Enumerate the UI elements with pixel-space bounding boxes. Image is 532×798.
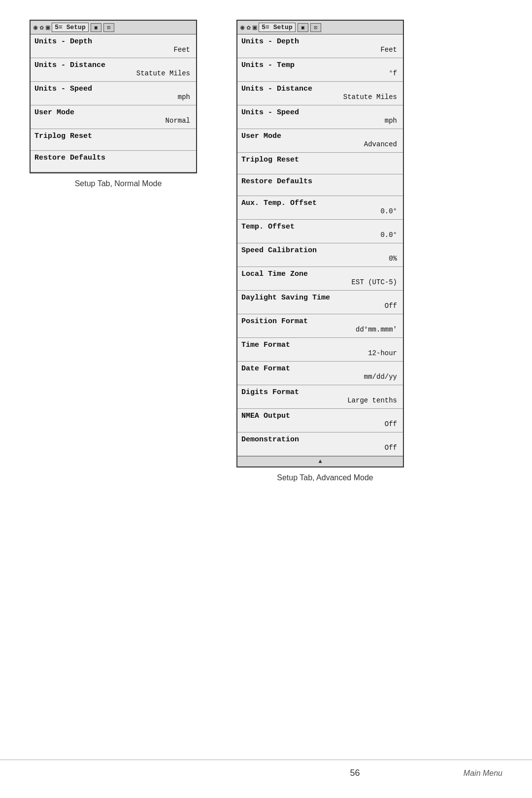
list-item[interactable]: Units - Speed mph — [31, 82, 196, 105]
item-label: Triplog Reset — [34, 132, 192, 140]
list-item[interactable]: Triplog Reset — [237, 153, 403, 174]
list-item[interactable]: Speed Calibration 0% — [237, 243, 403, 267]
page-number: 56 — [246, 768, 463, 778]
left-icon-speaker: ◉ — [33, 23, 37, 32]
list-item[interactable]: Digits Format Large tenths — [237, 385, 403, 409]
item-value: Off — [241, 444, 399, 452]
item-value: mm/dd/yy — [241, 373, 399, 381]
item-value: 0.0° — [241, 231, 399, 239]
item-label: Temp. Offset — [241, 223, 399, 231]
left-device-screen: ◉ ✿ ▣ 5= Setup ▣ ⊡ Units - Depth Feet Un… — [30, 20, 197, 173]
right-setup-tab[interactable]: 5= Setup — [259, 23, 295, 32]
list-item[interactable]: Local Time Zone EST (UTC-5) — [237, 267, 403, 291]
item-value: Normal — [34, 117, 192, 125]
left-caption: Setup Tab, Normal Mode — [30, 179, 207, 188]
left-icon-sun: ✿ — [39, 23, 43, 32]
list-item[interactable]: Restore Defaults — [237, 174, 403, 196]
item-label: User Mode — [241, 132, 399, 140]
item-label: Date Format — [241, 365, 399, 373]
right-icon-speaker: ◉ — [240, 23, 244, 32]
item-label: Triplog Reset — [241, 156, 399, 164]
item-label: Units - Depth — [34, 37, 192, 46]
list-item[interactable]: Units - Depth Feet — [237, 34, 403, 58]
item-value: Feet — [241, 46, 399, 54]
right-menu-list: Units - Depth Feet Units - Temp °f Units… — [237, 34, 403, 456]
left-toolbar: ◉ ✿ ▣ 5= Setup ▣ ⊡ — [31, 21, 196, 34]
item-label: Units - Speed — [241, 108, 399, 117]
left-toolbar-btn2[interactable]: ⊡ — [103, 23, 114, 32]
list-item[interactable]: Date Format mm/dd/yy — [237, 362, 403, 385]
left-setup-tab[interactable]: 5= Setup — [52, 23, 88, 32]
item-label: Units - Temp — [241, 61, 399, 69]
right-toolbar-btn2[interactable]: ⊡ — [310, 23, 321, 32]
item-value: 0.0° — [241, 207, 399, 215]
right-setup-label: 5= Setup — [262, 24, 292, 31]
item-value: Off — [241, 420, 399, 428]
item-label: Units - Distance — [34, 61, 192, 69]
item-value: Off — [241, 302, 399, 310]
list-item[interactable]: Time Format 12-hour — [237, 338, 403, 362]
right-icon-map: ▣ — [253, 23, 257, 32]
item-value: dd°mm.mmm' — [241, 326, 399, 333]
item-value: Statute Miles — [241, 93, 399, 101]
right-icon-sun: ✿ — [246, 23, 250, 32]
item-value: EST (UTC-5) — [241, 278, 399, 286]
item-label: User Mode — [34, 108, 192, 117]
list-item[interactable]: Triplog Reset — [31, 129, 196, 151]
item-label: Units - Speed — [34, 85, 192, 93]
item-label: Position Format — [241, 317, 399, 326]
list-item[interactable]: User Mode Normal — [31, 105, 196, 129]
item-value: mph — [34, 93, 192, 101]
list-item[interactable]: Daylight Saving Time Off — [237, 291, 403, 314]
item-label: Aux. Temp. Offset — [241, 199, 399, 207]
page-footer: 56 Main Menu — [0, 760, 532, 778]
right-panel: ◉ ✿ ▣ 5= Setup ▣ ⊡ Units - Depth Feet Un… — [236, 20, 414, 482]
left-setup-label: 5= Setup — [55, 24, 85, 31]
list-item[interactable]: Restore Defaults — [31, 151, 196, 172]
item-label: Units - Distance — [241, 85, 399, 93]
scroll-indicator[interactable]: ▲ — [237, 456, 403, 466]
item-label: Demonstration — [241, 435, 399, 444]
right-toolbar: ◉ ✿ ▣ 5= Setup ▣ ⊡ — [237, 21, 403, 34]
item-value: Large tenths — [241, 397, 399, 404]
item-label: Digits Format — [241, 388, 399, 397]
item-value: Statute Miles — [34, 69, 192, 77]
list-item[interactable]: User Mode Advanced — [237, 129, 403, 153]
list-item[interactable]: NMEA Output Off — [237, 409, 403, 432]
left-toolbar-btn1[interactable]: ▣ — [91, 23, 101, 32]
item-value: mph — [241, 117, 399, 125]
list-item[interactable]: Temp. Offset 0.0° — [237, 220, 403, 243]
list-item[interactable]: Units - Distance Statute Miles — [237, 82, 403, 105]
left-menu-list: Units - Depth Feet Units - Distance Stat… — [31, 34, 196, 172]
footer-section: Main Menu — [464, 769, 502, 778]
left-icon-map: ▣ — [46, 23, 50, 32]
item-value: Feet — [34, 46, 192, 54]
list-item[interactable]: Units - Distance Statute Miles — [31, 58, 196, 82]
item-label: NMEA Output — [241, 412, 399, 420]
item-label: Daylight Saving Time — [241, 294, 399, 302]
item-value: °f — [241, 69, 399, 77]
right-caption: Setup Tab, Advanced Mode — [236, 473, 414, 482]
list-item[interactable]: Demonstration Off — [237, 432, 403, 456]
list-item[interactable]: Position Format dd°mm.mmm' — [237, 314, 403, 338]
item-label: Time Format — [241, 341, 399, 349]
item-label: Restore Defaults — [241, 177, 399, 186]
item-label: Speed Calibration — [241, 246, 399, 255]
list-item[interactable]: Units - Temp °f — [237, 58, 403, 82]
list-item[interactable]: Units - Depth Feet — [31, 34, 196, 58]
left-panel: ◉ ✿ ▣ 5= Setup ▣ ⊡ Units - Depth Feet Un… — [30, 20, 207, 482]
right-toolbar-btn1[interactable]: ▣ — [298, 23, 308, 32]
right-device-screen: ◉ ✿ ▣ 5= Setup ▣ ⊡ Units - Depth Feet Un… — [236, 20, 404, 467]
item-value: Advanced — [241, 140, 399, 148]
item-label: Units - Depth — [241, 37, 399, 46]
item-label: Local Time Zone — [241, 270, 399, 278]
list-item[interactable]: Units - Speed mph — [237, 105, 403, 129]
list-item[interactable]: Aux. Temp. Offset 0.0° — [237, 196, 403, 220]
item-value: 12-hour — [241, 349, 399, 357]
item-label: Restore Defaults — [34, 154, 192, 162]
scroll-up-icon: ▲ — [318, 458, 322, 465]
item-value: 0% — [241, 255, 399, 263]
